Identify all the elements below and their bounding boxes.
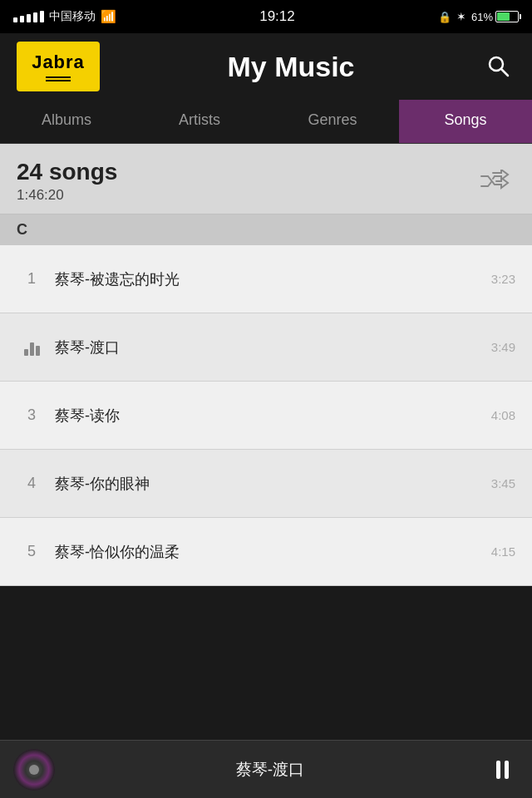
pause-bar-2 <box>505 761 509 779</box>
songs-count: 24 songs <box>17 159 117 185</box>
song-info-2: 蔡琴-渡口 <box>47 337 483 357</box>
songs-header: 24 songs 1:46:20 <box>0 144 532 214</box>
song-duration-4: 3:45 <box>483 476 515 490</box>
playing-bars-icon <box>17 339 47 356</box>
wifi-icon: 📶 <box>101 9 116 24</box>
bar-1 <box>24 349 28 356</box>
battery-container: 61% <box>471 11 519 23</box>
status-time: 19:12 <box>259 8 295 25</box>
carrier-label: 中国移动 <box>49 9 96 24</box>
jabra-line-2 <box>46 80 71 81</box>
song-number-1: 1 <box>17 270 47 288</box>
signal-icon <box>13 11 44 22</box>
song-info-5: 蔡琴-恰似你的温柔 <box>47 542 483 562</box>
song-row-5[interactable]: 5 蔡琴-恰似你的温柔 4:15 <box>0 518 532 586</box>
status-left: 中国移动 📶 <box>13 9 116 24</box>
song-duration-3: 4:08 <box>483 408 515 422</box>
battery-icon <box>495 11 519 22</box>
pause-button[interactable] <box>485 753 519 786</box>
search-icon <box>487 55 510 78</box>
pause-icon <box>496 761 509 779</box>
svg-line-1 <box>501 69 508 76</box>
song-duration-5: 4:15 <box>483 544 515 559</box>
status-right: 🔒 ✶ 61% <box>438 10 519 23</box>
song-row-2[interactable]: 蔡琴-渡口 3:49 <box>0 313 532 382</box>
songs-content: 24 songs 1:46:20 C 1 蔡琴-被遗忘的时光 3:23 <box>0 144 532 586</box>
jabra-logo: Jabra <box>17 42 100 91</box>
vinyl-center <box>29 765 39 775</box>
bar-2 <box>30 342 34 356</box>
now-playing-bar[interactable]: 蔡琴-渡口 <box>0 740 532 798</box>
lock-icon: 🔒 <box>438 11 451 23</box>
search-button[interactable] <box>482 50 515 83</box>
bars-icon <box>24 339 40 356</box>
status-bar: 中国移动 📶 19:12 🔒 ✶ 61% <box>0 0 532 33</box>
song-duration-1: 3:23 <box>483 272 515 286</box>
tab-albums[interactable]: Albums <box>0 100 133 143</box>
shuffle-icon <box>480 170 510 193</box>
battery-fill <box>497 12 510 21</box>
tab-genres[interactable]: Genres <box>266 100 399 143</box>
shuffle-button[interactable] <box>474 165 515 198</box>
song-title-3: 蔡琴-读你 <box>55 406 483 426</box>
tab-artists[interactable]: Artists <box>133 100 266 143</box>
tab-bar: Albums Artists Genres Songs <box>0 100 532 144</box>
album-art-thumbnail <box>13 749 55 791</box>
bar-3 <box>36 346 40 356</box>
now-playing-title: 蔡琴-渡口 <box>55 759 485 781</box>
song-title-5: 蔡琴-恰似你的温柔 <box>55 542 483 562</box>
pause-bar-1 <box>496 761 500 779</box>
song-row-3[interactable]: 3 蔡琴-读你 4:08 <box>0 382 532 450</box>
battery-percent: 61% <box>471 11 493 23</box>
vinyl-icon <box>13 749 55 791</box>
tab-songs[interactable]: Songs <box>399 100 532 143</box>
song-number-5: 5 <box>17 543 47 560</box>
song-title-2: 蔡琴-渡口 <box>55 337 483 357</box>
song-title-4: 蔡琴-你的眼神 <box>55 474 483 494</box>
jabra-logo-text: Jabra <box>32 52 85 73</box>
jabra-logo-lines <box>46 76 71 81</box>
song-row-1[interactable]: 1 蔡琴-被遗忘的时光 3:23 <box>0 245 532 313</box>
page-title: My Music <box>100 51 482 83</box>
song-info-4: 蔡琴-你的眼神 <box>47 474 483 494</box>
song-title-1: 蔡琴-被遗忘的时光 <box>55 269 483 289</box>
songs-count-block: 24 songs 1:46:20 <box>17 159 117 204</box>
song-number-3: 3 <box>17 406 47 424</box>
jabra-line-1 <box>46 76 71 78</box>
song-number-4: 4 <box>17 475 47 492</box>
song-duration-2: 3:49 <box>483 340 515 354</box>
song-info-1: 蔡琴-被遗忘的时光 <box>47 269 483 289</box>
song-info-3: 蔡琴-读你 <box>47 406 483 426</box>
song-row-4[interactable]: 4 蔡琴-你的眼神 3:45 <box>0 450 532 518</box>
section-header-c: C <box>0 214 532 245</box>
app-header: Jabra My Music <box>0 33 532 100</box>
songs-duration: 1:46:20 <box>17 187 117 204</box>
bluetooth-icon: ✶ <box>456 10 466 23</box>
